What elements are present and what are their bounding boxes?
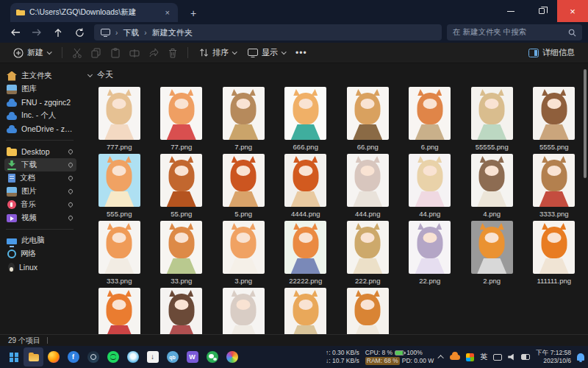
file-item[interactable]: 3.png [212, 219, 275, 286]
sidebar-item[interactable]: 图片 [4, 185, 76, 198]
rename-button[interactable] [125, 44, 144, 62]
sidebar-item[interactable]: Desktop [4, 145, 76, 158]
taskbar-app-button[interactable] [222, 347, 242, 367]
ime-indicator[interactable]: 英 [480, 352, 487, 362]
volume-icon[interactable] [508, 354, 515, 361]
file-item[interactable]: 77.png [151, 85, 213, 152]
taskbar-app-button[interactable]: f [63, 347, 83, 367]
file-item[interactable] [212, 286, 275, 334]
file-item[interactable]: 44.png [399, 152, 462, 219]
file-item[interactable]: 5555.png [523, 85, 586, 152]
taskbar-app-button[interactable] [83, 347, 103, 367]
sidebar-item[interactable]: 下载 [4, 158, 76, 171]
file-item[interactable]: 555.png [88, 152, 151, 219]
taskbar-app-button[interactable] [202, 347, 222, 367]
new-tab-button[interactable]: + [184, 4, 203, 22]
taskbar-app-icon: f [68, 351, 79, 363]
cloud-tray-icon[interactable] [450, 355, 460, 360]
taskbar-app-button[interactable] [4, 347, 24, 367]
file-item[interactable]: 222.png [337, 219, 399, 286]
sidebar-item[interactable]: 视频 [4, 211, 76, 224]
file-item[interactable]: 3333.png [523, 152, 586, 219]
file-item[interactable]: 66.png [337, 85, 399, 152]
file-item[interactable]: 5.png [212, 152, 275, 219]
sort-button[interactable]: 排序 [193, 44, 242, 62]
file-item[interactable]: 22222.png [275, 219, 337, 286]
cut-button[interactable] [68, 44, 87, 62]
file-item[interactable]: 55555.png [461, 85, 523, 152]
back-button[interactable] [6, 24, 25, 40]
sidebar-item[interactable]: 文档 [4, 171, 76, 185]
pin-icon [68, 175, 74, 181]
taskbar-app-button[interactable]: ↓ [143, 347, 162, 367]
file-item[interactable]: 666.png [275, 85, 337, 152]
new-button[interactable]: 新建 [7, 44, 57, 62]
sidebar-item[interactable]: Inc. - 个人 [4, 109, 76, 122]
sidebar-item[interactable]: OneDrive - zgqinc [4, 122, 76, 135]
vertical-scrollbar[interactable] [584, 69, 587, 178]
sidebar-item[interactable]: 图库 [4, 82, 76, 96]
delete-button[interactable] [163, 44, 182, 62]
close-button[interactable]: × [557, 0, 588, 22]
sidebar-item[interactable]: 音乐 [4, 198, 76, 211]
taskbar-app-button[interactable] [43, 347, 63, 367]
character-face [112, 99, 126, 109]
file-item[interactable]: 4444.png [275, 152, 337, 219]
power-tray-icon[interactable] [521, 354, 530, 360]
copy-button[interactable] [87, 44, 106, 62]
up-button[interactable] [49, 24, 68, 40]
restore-button[interactable] [526, 0, 557, 22]
crumb-downloads[interactable]: 下载 [123, 27, 139, 38]
share-button[interactable] [144, 44, 163, 62]
system-monitor-widget[interactable]: CPU: 8 % 100% RAM: 68 % PD: 0.00 W [365, 349, 434, 364]
file-item[interactable]: 333.png [88, 219, 151, 286]
date-group-header[interactable]: 今天 [88, 69, 581, 80]
minimize-button[interactable] [495, 0, 526, 22]
taskbar-app-button[interactable] [24, 347, 43, 367]
file-item[interactable]: 33.png [151, 219, 213, 286]
file-thumbnail [223, 288, 265, 334]
forward-button[interactable] [27, 24, 46, 40]
details-pane-button[interactable]: 详细信息 [523, 44, 581, 62]
file-item[interactable]: 111111.png [523, 219, 586, 286]
file-item[interactable]: 444.png [337, 152, 399, 219]
network-speed-widget[interactable]: ↑: 0.30 KB/s ↓: 10.7 KB/s [326, 349, 359, 364]
search-input[interactable]: 在 新建文件夹 中搜索 [447, 24, 582, 40]
file-name-label: 22222.png [275, 277, 337, 285]
file-item[interactable] [275, 286, 337, 334]
file-item[interactable]: 4.png [461, 152, 523, 219]
file-item[interactable] [151, 286, 213, 334]
security-tray-icon[interactable] [466, 353, 474, 361]
see-more-button[interactable]: ••• [291, 44, 312, 62]
crumb-current-folder[interactable]: 新建文件夹 [152, 27, 193, 38]
sidebar-item[interactable]: 此电脑 [4, 234, 76, 247]
hidden-icons-chevron[interactable] [438, 355, 444, 361]
file-item[interactable] [337, 286, 399, 334]
touch-keyboard-icon[interactable] [493, 354, 502, 361]
file-item[interactable]: 2.png [461, 219, 523, 286]
file-item[interactable] [88, 286, 151, 334]
tab-close-icon[interactable]: × [163, 8, 172, 17]
view-button[interactable]: 显示 [242, 44, 291, 62]
file-item[interactable]: 7.png [212, 85, 275, 152]
breadcrumb[interactable]: › 下载 › 新建文件夹 [94, 24, 442, 40]
taskbar-app-button[interactable]: W [182, 347, 202, 367]
explorer-tab[interactable]: C:\Users\ZGQ\Downloads\新建 × [10, 3, 178, 22]
sidebar-item[interactable]: FNU - zgqinc2 [4, 96, 76, 109]
refresh-button[interactable] [70, 24, 89, 40]
file-item[interactable]: 777.png [88, 85, 151, 152]
file-item[interactable]: 6.png [399, 85, 462, 152]
ram-usage: RAM: 68 % [365, 357, 400, 365]
sidebar-item[interactable]: 网络 [4, 247, 76, 261]
file-item[interactable]: 55.png [151, 152, 213, 219]
clock-widget[interactable]: 下午 7:12:58 2023/10/6 [536, 349, 571, 364]
file-item[interactable]: 22.png [399, 219, 462, 286]
notification-bell-icon[interactable] [577, 353, 584, 361]
taskbar-app-button[interactable]: qb [162, 347, 182, 367]
sidebar-item[interactable]: Linux [4, 261, 76, 274]
taskbar-app-button[interactable] [123, 347, 143, 367]
sidebar-item[interactable]: 主文件夹 [4, 69, 76, 82]
sort-button-label: 排序 [212, 47, 229, 58]
taskbar-app-button[interactable] [103, 347, 123, 367]
paste-button[interactable] [106, 44, 125, 62]
